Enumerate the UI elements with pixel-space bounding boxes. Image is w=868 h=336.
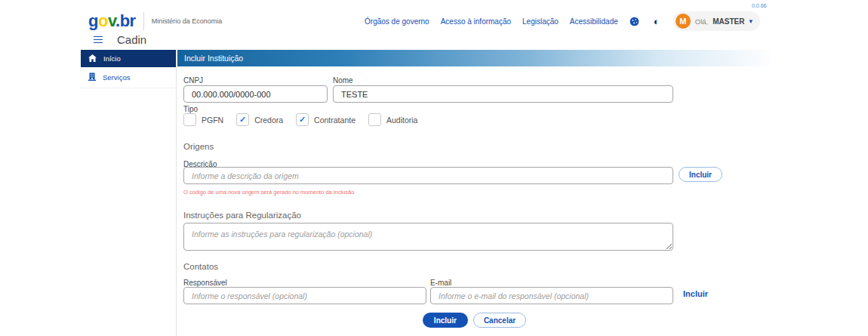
checkbox-box[interactable] <box>183 113 196 126</box>
sidebar-item-label: Serviços <box>103 73 130 82</box>
menu-icon[interactable] <box>92 35 104 45</box>
origens-title: Origens <box>183 142 214 151</box>
nav-link-orgaos[interactable]: Órgãos de governo <box>365 17 429 26</box>
logo-letter-o: o <box>98 11 108 30</box>
user-greeting: Olá, <box>695 17 708 26</box>
nav-link-acesso[interactable]: Acesso à informação <box>441 17 511 26</box>
checkbox-contratante[interactable]: ✓ Contratante <box>296 113 356 126</box>
user-menu[interactable]: M Olá, MASTER ▾ <box>673 11 760 31</box>
nome-input[interactable] <box>333 85 673 103</box>
sidebar-item-servicos[interactable]: Serviços <box>81 67 176 88</box>
brand: gov.br Ministério da Economia <box>88 12 222 30</box>
version-number: 0.0.66 <box>752 3 766 8</box>
brand-divider <box>143 12 144 30</box>
user-name: MASTER <box>713 17 744 26</box>
contatos-title: Contatos <box>183 262 218 271</box>
checkbox-box[interactable]: ✓ <box>236 113 249 126</box>
incluir-submit-button[interactable]: Incluir <box>423 313 468 328</box>
cookie-icon[interactable] <box>629 16 640 26</box>
instrucoes-textarea[interactable] <box>183 223 673 251</box>
contrast-icon[interactable]: ◐ <box>651 16 662 26</box>
app-bar: Cadin <box>92 33 146 46</box>
sidebar-item-inicio[interactable]: Início <box>81 50 176 67</box>
gov-header: gov.br Ministério da Economia Órgãos de … <box>88 9 760 33</box>
incluir-origem-button[interactable]: Incluir <box>679 167 722 182</box>
checkbox-label: Auditoria <box>386 116 417 125</box>
nome-label: Nome <box>333 76 353 85</box>
checkbox-label: Credora <box>254 116 283 125</box>
logo-letter-g: g <box>88 11 98 30</box>
checkbox-auditoria[interactable]: Auditoria <box>368 113 417 126</box>
sidebar: Início Serviços <box>81 50 177 336</box>
gov-nav: Órgãos de governo Acesso à informação Le… <box>365 11 760 31</box>
origem-helper-text: O código de uma nova origem será gerado … <box>183 189 354 196</box>
home-icon <box>88 54 97 63</box>
responsavel-label: Responsável <box>183 279 227 287</box>
avatar: M <box>676 14 691 29</box>
logo-letter-v: v <box>108 11 115 30</box>
tipo-label: Tipo <box>183 105 198 113</box>
form-actions: Incluir Cancelar <box>177 313 771 328</box>
responsavel-input[interactable] <box>183 287 426 304</box>
cnpj-input[interactable] <box>183 85 328 103</box>
checkbox-label: Contratante <box>314 116 356 125</box>
email-input[interactable] <box>430 287 673 304</box>
app-title: Cadin <box>117 33 146 46</box>
govbr-logo[interactable]: gov.br <box>88 13 136 29</box>
logo-br: .br <box>115 11 136 30</box>
building-icon <box>88 72 96 82</box>
checkbox-box[interactable]: ✓ <box>296 113 309 126</box>
panel-title: Incluir Instituição <box>177 50 771 66</box>
checkbox-label: PGFN <box>202 116 223 125</box>
page: 0.0.66 gov.br Ministério da Economia Órg… <box>0 0 868 336</box>
chevron-down-icon: ▾ <box>749 18 753 25</box>
descricao-input[interactable] <box>183 167 673 184</box>
instrucoes-title: Instruções para Regularização <box>183 211 301 220</box>
nav-link-legislacao[interactable]: Legislação <box>522 17 559 26</box>
cnpj-label: CNPJ <box>183 76 203 85</box>
checkbox-box[interactable] <box>368 113 381 126</box>
cancelar-button[interactable]: Cancelar <box>473 313 526 328</box>
incluir-contato-link[interactable]: Incluir <box>683 289 708 298</box>
email-label: E-mail <box>430 279 451 287</box>
checkbox-pgfn[interactable]: PGFN <box>183 113 223 126</box>
checkbox-credora[interactable]: ✓ Credora <box>236 113 283 126</box>
nav-link-acessibilidade[interactable]: Acessibilidade <box>570 17 618 26</box>
sidebar-item-label: Início <box>103 54 121 63</box>
tipo-checkbox-group: PGFN ✓ Credora ✓ Contratante Auditoria <box>183 113 417 126</box>
ministry-label: Ministério da Economia <box>152 17 223 25</box>
